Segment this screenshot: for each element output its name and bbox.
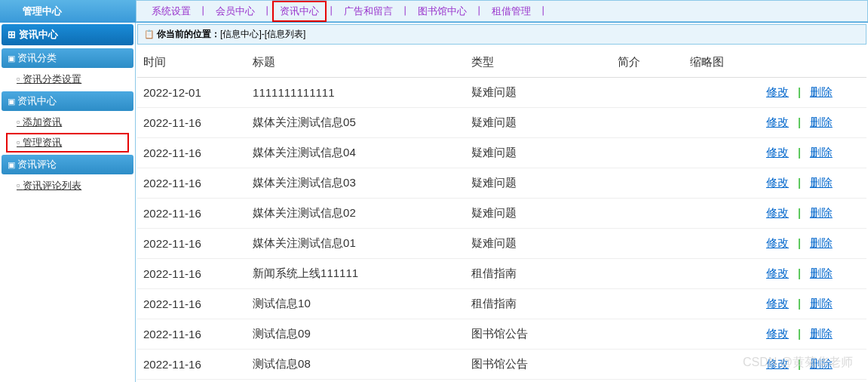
table-row: 2022-12-011111111111111疑难问题修改|删除 — [137, 78, 866, 108]
cell-actions: 修改|删除 — [757, 138, 866, 168]
delete-link[interactable]: 删除 — [807, 176, 836, 189]
cell-type: 疑难问题 — [465, 229, 611, 259]
data-table: 时间标题类型简介缩略图 2022-12-011111111111111疑难问题修… — [137, 48, 866, 380]
sidebar-section-2[interactable]: 资讯评论 — [2, 155, 133, 174]
cell-intro — [612, 199, 685, 229]
delete-link[interactable]: 删除 — [807, 266, 836, 279]
cell-title: 媒体关注测试信息02 — [247, 199, 465, 229]
edit-link[interactable]: 修改 — [763, 327, 792, 340]
delete-link[interactable]: 删除 — [807, 327, 836, 340]
cell-actions: 修改|删除 — [757, 199, 866, 229]
delete-link[interactable]: 删除 — [807, 206, 836, 219]
sidebar-item-1-0[interactable]: 添加资讯 — [2, 112, 133, 132]
action-sep: | — [792, 206, 807, 219]
nav-sep: 丨 — [262, 5, 272, 18]
col-header-2: 类型 — [465, 48, 611, 78]
cell-type: 图书馆公告 — [465, 319, 611, 350]
nav-item-1[interactable]: 会员中心 — [208, 5, 262, 18]
cell-intro — [612, 138, 685, 168]
cell-thumb — [684, 319, 757, 350]
edit-link[interactable]: 修改 — [763, 176, 792, 189]
cell-time: 2022-11-16 — [137, 259, 247, 289]
nav-item-3[interactable]: 广告和留言 — [336, 5, 400, 18]
cell-title: 媒体关注测试信息01 — [247, 229, 465, 259]
cell-title: 新闻系统上线111111 — [247, 259, 465, 289]
edit-link[interactable]: 修改 — [763, 236, 792, 249]
cell-type: 疑难问题 — [465, 199, 611, 229]
action-sep: | — [792, 327, 807, 340]
nav-sep: 丨 — [538, 5, 548, 18]
cell-actions: 修改|删除 — [757, 78, 866, 108]
cell-thumb — [684, 138, 757, 168]
table-row: 2022-11-16媒体关注测试信息04疑难问题修改|删除 — [137, 138, 866, 168]
cell-title: 测试信息09 — [247, 319, 465, 350]
breadcrumb: 你当前的位置：[信息中心]-[信息列表] — [137, 24, 866, 45]
delete-link[interactable]: 删除 — [807, 85, 836, 98]
edit-link[interactable]: 修改 — [763, 266, 792, 279]
action-sep: | — [792, 236, 807, 249]
cell-time: 2022-12-01 — [137, 78, 247, 108]
cell-time: 2022-11-16 — [137, 108, 247, 138]
sidebar-item-0-0[interactable]: 资讯分类设置 — [2, 69, 133, 89]
delete-link[interactable]: 删除 — [807, 146, 836, 159]
sidebar-item-2-0[interactable]: 资讯评论列表 — [2, 176, 133, 196]
delete-link[interactable]: 删除 — [807, 116, 836, 128]
cell-type: 疑难问题 — [465, 108, 611, 138]
table-row: 2022-11-16测试信息09图书馆公告修改|删除 — [137, 319, 866, 350]
cell-thumb — [684, 259, 757, 289]
cell-actions: 修改|删除 — [757, 229, 866, 259]
edit-link[interactable]: 修改 — [763, 85, 792, 98]
cell-title: 媒体关注测试信息05 — [247, 108, 465, 138]
nav-item-0[interactable]: 系统设置 — [144, 5, 198, 18]
cell-intro — [612, 259, 685, 289]
cell-actions: 修改|删除 — [757, 259, 866, 289]
cell-type: 疑难问题 — [465, 168, 611, 199]
cell-actions: 修改|删除 — [757, 289, 866, 319]
cell-type: 疑难问题 — [465, 138, 611, 168]
action-sep: | — [792, 297, 807, 310]
cell-time: 2022-11-16 — [137, 319, 247, 350]
cell-intro — [612, 168, 685, 199]
edit-link[interactable]: 修改 — [763, 206, 792, 219]
table-row: 2022-11-16媒体关注测试信息05疑难问题修改|删除 — [137, 108, 866, 138]
cell-actions: 修改|删除 — [757, 168, 866, 199]
edit-link[interactable]: 修改 — [763, 297, 792, 310]
edit-link[interactable]: 修改 — [763, 146, 792, 159]
nav-sep: 丨 — [198, 5, 208, 18]
cell-thumb — [684, 78, 757, 108]
cell-title: 测试信息08 — [247, 350, 465, 380]
cell-intro — [612, 350, 685, 380]
sidebar-item-1-1[interactable]: 管理资讯 — [6, 133, 129, 152]
top-bar: 管理中心 系统设置丨会员中心丨资讯中心丨广告和留言丨图书馆中心丨租借管理丨 — [0, 0, 868, 23]
nav-item-4[interactable]: 图书馆中心 — [410, 5, 474, 18]
action-sep: | — [792, 85, 807, 98]
nav-item-2[interactable]: 资讯中心 — [272, 1, 327, 22]
cell-intro — [612, 319, 685, 350]
cell-actions: 修改|删除 — [757, 108, 866, 138]
top-nav: 系统设置丨会员中心丨资讯中心丨广告和留言丨图书馆中心丨租借管理丨 — [136, 0, 868, 22]
cell-actions: 修改|删除 — [757, 319, 866, 350]
cell-type: 疑难问题 — [465, 78, 611, 108]
cell-time: 2022-11-16 — [137, 289, 247, 319]
sidebar: 资讯中心 资讯分类资讯分类设置资讯中心添加资讯管理资讯资讯评论资讯评论列表 — [0, 23, 136, 382]
nav-item-5[interactable]: 租借管理 — [484, 5, 538, 18]
col-header-4: 缩略图 — [684, 48, 757, 78]
sidebar-section-1[interactable]: 资讯中心 — [2, 91, 133, 111]
edit-link[interactable]: 修改 — [763, 116, 792, 128]
delete-link[interactable]: 删除 — [807, 236, 836, 249]
cell-title: 1111111111111 — [247, 78, 465, 108]
action-sep: | — [792, 176, 807, 189]
app-title: 管理中心 — [0, 0, 136, 22]
sidebar-section-0[interactable]: 资讯分类 — [2, 48, 133, 68]
nav-sep: 丨 — [400, 5, 410, 18]
breadcrumb-path: [信息中心]-[信息列表] — [220, 29, 305, 39]
cell-thumb — [684, 168, 757, 199]
cell-time: 2022-11-16 — [137, 229, 247, 259]
cell-title: 媒体关注测试信息03 — [247, 168, 465, 199]
action-sep: | — [792, 116, 807, 128]
delete-link[interactable]: 删除 — [807, 297, 836, 310]
action-sep: | — [792, 266, 807, 279]
watermark: CSDN @黄菊华老师 — [743, 355, 853, 371]
cell-intro — [612, 78, 685, 108]
cell-type: 图书馆公告 — [465, 350, 611, 380]
